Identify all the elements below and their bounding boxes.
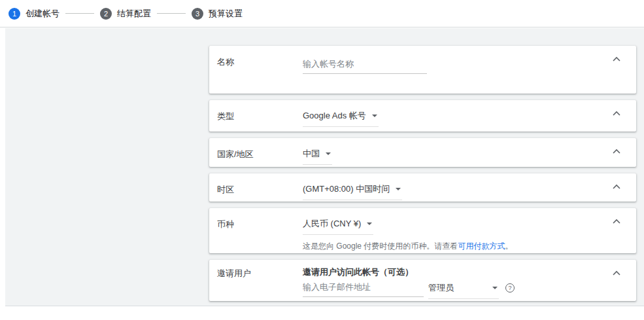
account-type-value: Google Ads 帐号 [303, 110, 366, 122]
chevron-up-icon [613, 149, 620, 154]
stepper-connector [65, 13, 94, 14]
account-type-select[interactable]: Google Ads 帐号 [303, 110, 379, 127]
collapse-panel-button[interactable] [611, 109, 622, 117]
invite-title: 邀请用户访问此帐号（可选） [303, 266, 626, 278]
chevron-up-icon [613, 219, 620, 224]
currency-value: 人民币 (CNY ¥) [303, 218, 361, 230]
chevron-up-icon [613, 111, 620, 116]
chevron-up-icon [613, 184, 620, 189]
chevron-up-icon [613, 270, 620, 276]
stepper-connector [157, 13, 186, 14]
panel-currency: 币种 人民币 (CNY ¥) 这是您向 Google 付费时使用的币种。请查看可… [209, 208, 636, 253]
timezone-value: (GMT+08:00) 中国时间 [303, 183, 390, 195]
invite-role-select[interactable]: 管理员 [428, 282, 499, 299]
step-1-circle: 1 [8, 8, 20, 20]
collapse-panel-button[interactable] [611, 147, 622, 155]
timezone-select[interactable]: (GMT+08:00) 中国时间 [303, 183, 402, 200]
panel-country-region: 国家/地区 中国 [209, 138, 636, 167]
currency-label: 币种 [217, 217, 303, 253]
invite-label: 邀请用户 [217, 266, 303, 301]
dropdown-caret-icon [372, 115, 377, 117]
dropdown-caret-icon [492, 287, 498, 289]
currency-helper-text: 这是您向 Google 付费时使用的币种。请查看可用付款方式。 [303, 241, 626, 252]
dropdown-caret-icon [396, 188, 401, 190]
panel-timezone: 时区 (GMT+08:00) 中国时间 [209, 173, 636, 202]
invite-email-input[interactable] [303, 281, 424, 297]
currency-select[interactable]: 人民币 (CNY ¥) [303, 218, 373, 235]
name-label: 名称 [217, 55, 303, 94]
step-2-label: 结算配置 [117, 8, 151, 20]
stepper-step-budget-settings[interactable]: 3 预算设置 [192, 8, 243, 20]
panel-account-name: 名称 [209, 46, 636, 94]
payment-methods-link[interactable]: 可用付款方式 [458, 241, 505, 251]
account-name-input[interactable] [303, 58, 427, 74]
collapse-panel-button[interactable] [611, 183, 622, 190]
type-label: 类型 [217, 109, 303, 132]
step-3-label: 预算设置 [209, 8, 243, 20]
step-3-circle: 3 [192, 8, 203, 20]
help-icon[interactable]: ? [505, 283, 515, 293]
invite-role-value: 管理员 [428, 282, 454, 294]
stepper: 1 创建帐号 2 结算配置 3 预算设置 [0, 0, 644, 27]
collapse-panel-button[interactable] [611, 55, 622, 63]
timezone-label: 时区 [217, 183, 303, 202]
stepper-step-create-account[interactable]: 1 创建帐号 [8, 8, 59, 20]
stepper-step-billing-config[interactable]: 2 结算配置 [100, 8, 151, 20]
country-label: 国家/地区 [217, 147, 303, 167]
collapse-panel-button[interactable] [611, 269, 622, 277]
panel-account-type: 类型 Google Ads 帐号 [209, 100, 636, 132]
collapse-panel-button[interactable] [611, 217, 622, 225]
step-1-label: 创建帐号 [25, 8, 59, 20]
country-value: 中国 [303, 148, 320, 160]
country-select[interactable]: 中国 [303, 148, 332, 165]
content-area: 名称 类型 Google Ads 帐号 [5, 28, 644, 306]
account-form: 名称 类型 Google Ads 帐号 [209, 46, 636, 308]
dropdown-caret-icon [326, 152, 331, 155]
chevron-up-icon [613, 56, 620, 62]
dropdown-caret-icon [367, 222, 372, 225]
step-2-circle: 2 [100, 8, 112, 20]
panel-invite-users: 邀请用户 邀请用户访问此帐号（可选） 管理员 ? [209, 260, 636, 301]
